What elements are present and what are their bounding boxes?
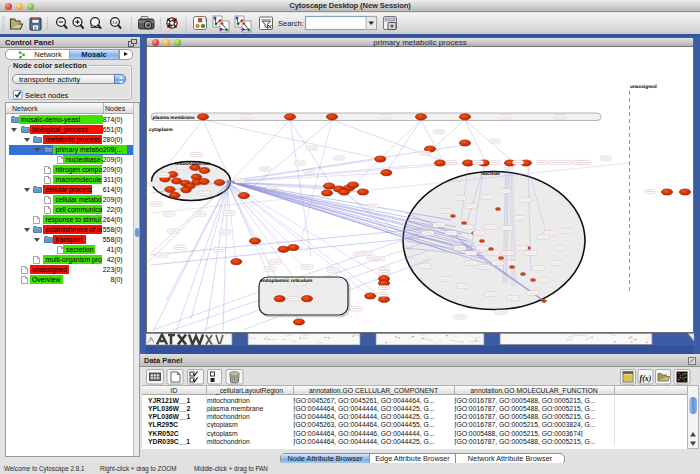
svg-text:mitochondrion: mitochondrion bbox=[175, 161, 210, 167]
svg-text:1:1: 1:1 bbox=[112, 21, 117, 25]
svg-text:plasma membrane: plasma membrane bbox=[153, 114, 195, 120]
svg-text:f(x): f(x) bbox=[640, 374, 652, 383]
svg-text:endoplasmic reticulum: endoplasmic reticulum bbox=[260, 277, 312, 283]
svg-text:unassigned: unassigned bbox=[630, 84, 657, 90]
svg-text:Search:: Search: bbox=[278, 19, 304, 28]
svg-text:nucleus: nucleus bbox=[481, 170, 500, 176]
svg-text:cytoplasm: cytoplasm bbox=[149, 126, 173, 132]
